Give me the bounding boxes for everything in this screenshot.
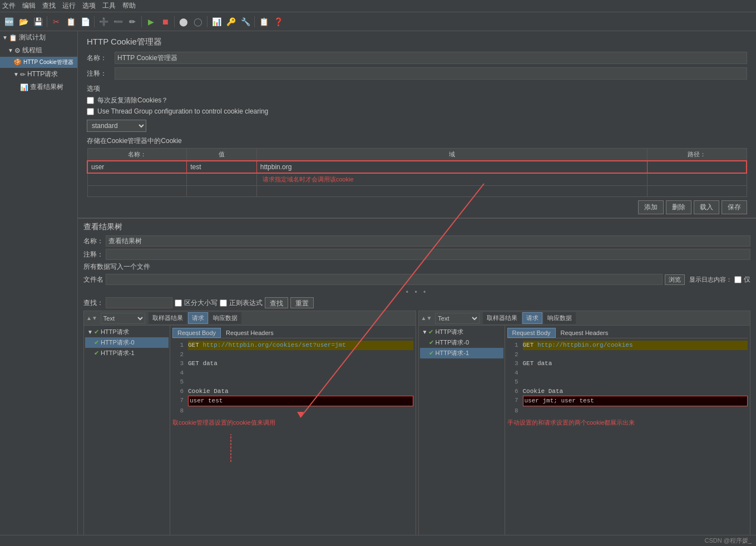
cookie-row-empty1: 请求指定域名时才会调用该cookie [87,173,747,186]
toolbar-cut[interactable]: ✂ [50,15,63,28]
toolbar-copy[interactable]: 📋 [64,15,77,28]
right-line-2: 2 [507,350,748,360]
right-code-7: user jmt; user test [523,396,748,406]
toolbar-stop[interactable]: ⏹ [159,15,172,28]
cookie-path-cell [647,161,747,173]
cookie-name-cell: user [87,161,187,173]
browse-btn[interactable]: 浏览 [665,274,685,285]
left-content-tab-body[interactable]: Request Body [172,328,221,338]
right-linenum-5: 5 [507,377,518,387]
menu-bar: 文件 编辑 查找 运行 选项 工具 帮助 [0,0,756,12]
menu-help[interactable]: 帮助 [122,1,136,11]
right-text-select[interactable]: Text [435,313,480,324]
left-tree-req1[interactable]: ✔ HTTP请求-1 [85,348,169,358]
toolbar-save[interactable]: 💾 [31,15,45,28]
right-content-tab-headers[interactable]: Request Headers [556,328,614,338]
menu-run[interactable]: 运行 [62,1,76,11]
btn-save[interactable]: 保存 [722,200,747,214]
menu-find[interactable]: 查找 [42,1,56,11]
left-tree-arrow: ▼ [87,329,93,335]
toolbar-circle1[interactable]: ⬤ [177,15,190,28]
col-value: 值 [187,149,257,161]
result-name-label: 名称： [83,237,106,246]
result-name-input[interactable] [106,235,750,247]
case-sensitive-check[interactable] [175,299,182,307]
menu-file[interactable]: 文件 [2,1,16,11]
right-tree-label-req0: HTTP请求-0 [436,338,470,347]
cookie-comment-input[interactable] [115,67,747,80]
btn-load[interactable]: 载入 [694,200,719,214]
cookie-row-empty2 [87,186,747,197]
left-tab-request[interactable]: 请求 [188,312,208,324]
toolbar-info[interactable]: 📋 [257,15,270,28]
reset-btn[interactable]: 重置 [290,297,314,308]
left-tab-response[interactable]: 响应数据 [209,312,241,324]
right-tree-http[interactable]: ▼ ✔ HTTP请求 [420,327,503,337]
toolbar-add[interactable]: ➕ [97,15,110,28]
menu-edit[interactable]: 编辑 [22,1,36,11]
search-btn[interactable]: 查找 [265,297,288,308]
toolbar-remove[interactable]: ➖ [111,15,125,28]
tree-http-request[interactable]: ▼ ✏ HTTP请求 [0,68,77,81]
tree-thread-group[interactable]: ▼ ⚙ 线程组 [0,44,77,57]
toolbar-open[interactable]: 📂 [17,15,30,28]
btn-delete[interactable]: 删除 [666,200,691,214]
menu-tools[interactable]: 工具 [102,1,116,11]
right-tree-req0[interactable]: ✔ HTTP请求-0 [420,337,503,348]
tree-test-plan[interactable]: ▼ 📋 测试计划 [0,31,77,44]
tree-label-result: 查看结果树 [30,82,63,92]
result-comment-row: 注释： [83,249,750,260]
left-line-1: 1 GET http://httpbin.org/cookies/set?use… [172,341,413,350]
right-tab-response[interactable]: 响应数据 [543,312,576,324]
right-annotation: 手动设置的和请求设置的两个cookie都展示出来 [507,419,748,427]
tree-result-tree[interactable]: 📊 查看结果树 [0,81,77,94]
toolbar-play[interactable]: ▶ [144,15,157,28]
menu-options[interactable]: 选项 [82,1,96,11]
tree-icon-result: 📊 [20,83,28,91]
left-content-tab-headers[interactable]: Request Headers [221,328,279,338]
right-check-0: ✔ [428,328,433,336]
right-content-tab-body[interactable]: Request Body [507,328,556,338]
cookie-domain-cell: httpbin.org [256,161,647,173]
checkbox2[interactable] [87,108,94,115]
toolbar-chart[interactable]: 📊 [210,15,223,28]
toolbar-new[interactable]: 🆕 [2,15,16,28]
toolbar-paste[interactable]: 📄 [78,15,92,28]
search-input[interactable] [106,297,172,308]
left-tab-sampler[interactable]: 取样器结果 [149,312,187,324]
cookie-row-0[interactable]: user test httpbin.org [87,161,747,173]
checkbox2-row: Use Thread Group configuration to contro… [87,107,747,115]
btn-add[interactable]: 添加 [638,200,664,214]
right-code-2 [523,350,748,360]
toolbar-circle2[interactable]: ◯ [191,15,205,28]
left-tree-req0[interactable]: ✔ HTTP请求-0 [85,337,169,348]
toolbar-key[interactable]: 🔑 [224,15,238,28]
tree-cookie-manager[interactable]: 🍪 HTTP Cookie管理器 [0,57,77,68]
tree-arrow-plan: ▼ [2,35,8,41]
right-linenum-1: 1 [507,341,518,350]
left-tree-http[interactable]: ▼ ✔ HTTP请求 [85,327,169,337]
right-tab-request[interactable]: 请求 [522,312,542,324]
regex-check[interactable] [220,299,227,307]
toolbar-tools2[interactable]: 🔧 [239,15,252,28]
cookie-name-label: 名称： [87,53,115,63]
result-comment-input[interactable] [106,249,750,260]
file-section-label: 所有数据写入一个文件 [83,262,150,272]
cookie-name-input[interactable] [115,52,747,64]
toolbar-question[interactable]: ❓ [271,15,285,28]
left-annotation: 取cookie管理器设置的cookie值来调用 [172,419,413,427]
log-check1[interactable] [734,276,742,283]
left-panel: ▼ 📋 测试计划 ▼ ⚙ 线程组 🍪 HTTP Cookie管理器 ▼ ✏ HT… [0,31,78,546]
cookie-policy-dropdown[interactable]: standard compatibility netscape ignoreCo… [87,120,146,132]
filename-input[interactable] [106,274,663,285]
search-label: 查找： [83,298,103,308]
right-tree-req1[interactable]: ✔ HTTP请求-1 [420,348,503,358]
right-arrows: ▲▼ [421,315,432,321]
right-tab-sampler[interactable]: 取样器结果 [483,312,521,324]
toolbar-pencil[interactable]: ✏ [126,15,139,28]
left-text-select[interactable]: Text [101,313,145,324]
tree-label-tg: 线程组 [22,46,42,55]
results-row: ▲▼ Text 取样器结果 请求 响应数据 ▼ [83,311,750,543]
left-code-3: GET data [188,359,413,368]
checkbox1[interactable] [87,97,94,104]
